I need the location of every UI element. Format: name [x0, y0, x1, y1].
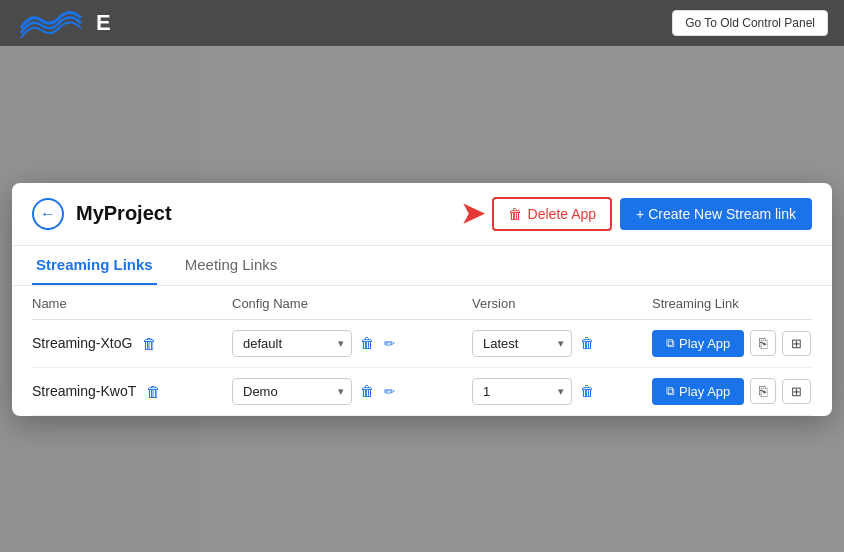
modal-header-right: ➤ 🗑 Delete App + Create New Stream link [461, 197, 812, 231]
row2-config-delete-icon[interactable]: 🗑 [358, 381, 376, 401]
row1-config-cell: default Demo Production ▾ 🗑 ✏ [232, 330, 472, 357]
back-button[interactable]: ← [32, 198, 64, 230]
delete-app-button[interactable]: 🗑 Delete App [492, 197, 613, 231]
modal-header: ← MyProject ➤ 🗑 Delete App + Create New … [12, 183, 832, 246]
modal-body: Name Config Name Version Streaming Link … [12, 286, 832, 416]
row2-config-select[interactable]: default Demo Production [232, 378, 352, 405]
col-header-config: Config Name [232, 296, 472, 311]
row1-config-select-wrapper: default Demo Production ▾ [232, 330, 352, 357]
col-header-streaming-link: Streaming Link [652, 296, 812, 311]
row1-version-cell: Latest 1 2 ▾ 🗑 [472, 330, 652, 357]
row1-config-delete-icon[interactable]: 🗑 [358, 333, 376, 353]
row2-config-cell: default Demo Production ▾ 🗑 ✏ [232, 378, 472, 405]
col-header-version: Version [472, 296, 652, 311]
modal-header-left: ← MyProject [32, 198, 172, 230]
modal-tabs: Streaming Links Meeting Links [12, 246, 832, 286]
logo-area: E [16, 8, 111, 38]
modal: ← MyProject ➤ 🗑 Delete App + Create New … [12, 183, 832, 416]
row2-play-icon: ⧉ [666, 384, 675, 398]
row1-version-select-wrapper: Latest 1 2 ▾ [472, 330, 572, 357]
row1-qr-code-button[interactable]: ⊞ [782, 331, 811, 356]
row1-name-cell: Streaming-XtoG 🗑 [32, 333, 232, 354]
table-row: Streaming-KwoT 🗑 default Demo Production… [32, 368, 812, 416]
row1-name: Streaming-XtoG [32, 335, 132, 351]
row1-play-app-button[interactable]: ⧉ Play App [652, 330, 744, 357]
row2-config-select-wrapper: default Demo Production ▾ [232, 378, 352, 405]
arrow-annotation: ➤ [461, 197, 484, 230]
col-header-name: Name [32, 296, 232, 311]
row1-version-copy-icon[interactable]: 🗑 [578, 333, 596, 353]
row2-play-app-button[interactable]: ⧉ Play App [652, 378, 744, 405]
row2-qr-code-button[interactable]: ⊞ [782, 379, 811, 404]
row2-streaming-link-cell: ⧉ Play App ⎘ ⊞ [652, 378, 812, 405]
row2-name: Streaming-KwoT [32, 383, 136, 399]
app-title-letter: E [96, 10, 111, 36]
table-header: Name Config Name Version Streaming Link [32, 286, 812, 320]
row1-play-icon: ⧉ [666, 336, 675, 350]
create-stream-button[interactable]: + Create New Stream link [620, 198, 812, 230]
project-title: MyProject [76, 202, 172, 225]
row1-delete-button[interactable]: 🗑 [140, 333, 159, 354]
tab-meeting-links[interactable]: Meeting Links [181, 246, 282, 285]
row1-config-edit-icon[interactable]: ✏ [382, 334, 397, 353]
modal-backdrop: ← MyProject ➤ 🗑 Delete App + Create New … [0, 46, 844, 552]
row1-copy-link-button[interactable]: ⎘ [750, 330, 776, 356]
row2-version-select-wrapper: Latest 1 2 ▾ [472, 378, 572, 405]
delete-icon: 🗑 [508, 206, 522, 222]
row1-streaming-link-cell: ⧉ Play App ⎘ ⊞ [652, 330, 812, 357]
logo-icon [16, 8, 86, 38]
tab-streaming-links[interactable]: Streaming Links [32, 246, 157, 285]
row1-version-select[interactable]: Latest 1 2 [472, 330, 572, 357]
row2-config-edit-icon[interactable]: ✏ [382, 382, 397, 401]
row2-copy-link-button[interactable]: ⎘ [750, 378, 776, 404]
go-to-old-panel-button[interactable]: Go To Old Control Panel [672, 10, 828, 36]
row2-version-delete-icon[interactable]: 🗑 [578, 381, 596, 401]
row2-delete-button[interactable]: 🗑 [144, 381, 163, 402]
row2-version-cell: Latest 1 2 ▾ 🗑 [472, 378, 652, 405]
table-row: Streaming-XtoG 🗑 default Demo Production… [32, 320, 812, 368]
row2-version-select[interactable]: Latest 1 2 [472, 378, 572, 405]
row1-config-select[interactable]: default Demo Production [232, 330, 352, 357]
row2-name-cell: Streaming-KwoT 🗑 [32, 381, 232, 402]
